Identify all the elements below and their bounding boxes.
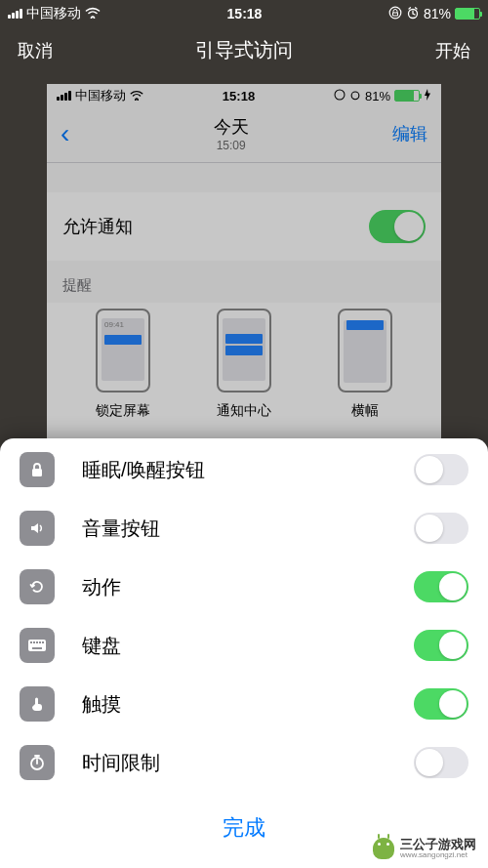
sheet-item-time-limit: 时间限制: [0, 735, 488, 794]
alarm-icon: [349, 89, 361, 103]
svg-rect-5: [28, 640, 46, 651]
alarm-icon: [406, 6, 420, 22]
sheet-item-label: 动作: [82, 574, 414, 600]
sheet-item-label: 时间限制: [82, 750, 414, 776]
back-chevron-icon[interactable]: ‹: [61, 120, 69, 147]
svg-point-3: [351, 92, 359, 100]
status-bar: 中国移动 15:18 81%: [0, 0, 488, 27]
volume-icon: [20, 511, 55, 546]
svg-rect-9: [39, 641, 41, 643]
sheet-item-keyboard: 键盘: [0, 618, 488, 677]
motion-switch[interactable]: [414, 571, 468, 602]
svg-rect-8: [36, 641, 38, 643]
svg-rect-7: [33, 641, 35, 643]
edit-button[interactable]: 编辑: [392, 122, 427, 145]
orientation-lock-icon: [334, 89, 346, 103]
watermark-logo-icon: [373, 838, 394, 859]
guided-access-nav: 取消 引导式访问 开始: [0, 27, 488, 79]
status-time: 15:18: [143, 89, 334, 103]
alerts-section-header: 提醒: [47, 261, 441, 303]
svg-rect-6: [30, 641, 32, 643]
app-preview: 中国移动 15:18 81% ‹ 今天 15:09 编辑: [0, 84, 488, 439]
allow-notifications-label: 允许通知: [62, 215, 133, 238]
svg-rect-10: [42, 641, 44, 643]
watermark-name: 三公子游戏网: [400, 838, 476, 851]
sheet-item-sleep-wake: 睡眠/唤醒按钮: [0, 438, 488, 501]
svg-point-2: [335, 90, 345, 100]
timer-icon: [20, 745, 55, 780]
svg-rect-4: [32, 469, 42, 476]
sheet-item-motion: 动作: [0, 559, 488, 618]
sheet-item-volume: 音量按钮: [0, 501, 488, 559]
page-title: 引导式访问: [195, 37, 293, 63]
svg-rect-11: [32, 647, 42, 649]
alert-style-lockscreen[interactable]: 09:41 锁定屏幕: [96, 309, 150, 420]
motion-icon: [20, 569, 55, 604]
carrier-label: 中国移动: [75, 87, 126, 104]
charging-icon: [424, 89, 431, 103]
battery-icon: [394, 90, 420, 102]
wifi-icon: [85, 6, 101, 21]
inner-subtitle: 15:09: [69, 139, 392, 152]
allow-notifications-switch[interactable]: [369, 210, 426, 243]
battery-pct: 81%: [365, 89, 390, 103]
alert-style-banner[interactable]: 横幅: [338, 309, 392, 420]
volume-switch[interactable]: [414, 513, 468, 544]
touch-switch[interactable]: [414, 688, 468, 720]
watermark-url: www.sangongzi.net: [400, 851, 476, 860]
cancel-button[interactable]: 取消: [18, 39, 53, 62]
sheet-item-label: 键盘: [82, 633, 414, 659]
keyboard-icon: [20, 628, 55, 663]
battery-icon: [455, 8, 480, 20]
carrier-label: 中国移动: [26, 5, 81, 22]
inner-title: 今天: [69, 115, 392, 139]
battery-pct: 81%: [424, 6, 451, 21]
signal-icon: [57, 91, 71, 101]
sheet-item-touch: 触摸: [0, 677, 488, 735]
time-limit-switch[interactable]: [414, 747, 468, 778]
lock-icon: [20, 452, 55, 487]
signal-icon: [8, 9, 22, 19]
options-sheet: 睡眠/唤醒按钮 音量按钮 动作 键盘 触摸 时间限制 完成: [0, 438, 488, 868]
sleep-wake-switch[interactable]: [414, 454, 468, 485]
touch-icon: [20, 686, 55, 722]
orientation-lock-icon: [388, 6, 402, 22]
sheet-item-label: 音量按钮: [82, 516, 414, 542]
sheet-item-label: 触摸: [82, 691, 414, 718]
sheet-item-label: 睡眠/唤醒按钮: [82, 457, 414, 483]
wifi-icon: [130, 89, 143, 103]
keyboard-switch[interactable]: [414, 630, 468, 661]
alert-style-notification-center[interactable]: 通知中心: [217, 309, 271, 420]
start-button[interactable]: 开始: [435, 39, 470, 62]
status-time: 15:18: [101, 6, 388, 21]
watermark: 三公子游戏网 www.sangongzi.net: [373, 838, 476, 860]
